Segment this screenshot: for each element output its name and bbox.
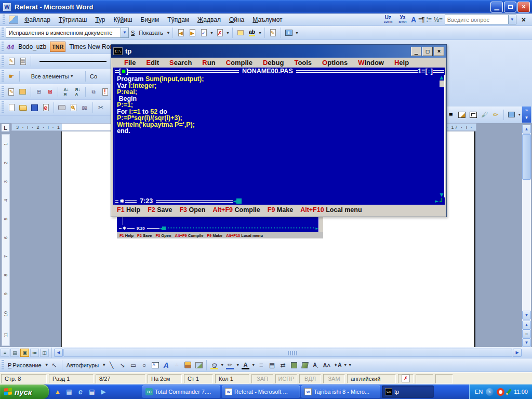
tp-code-line[interactable]: Var i:integer; [117, 83, 445, 89]
line-color-icon[interactable]: ✏︎ [225, 360, 235, 370]
draw-table-icon[interactable]: ✎ [6, 56, 17, 66]
diagram-icon[interactable]: ∴ [172, 360, 182, 370]
tp-window[interactable]: C:\ tp _ □ × FileEditSearchRunCompileDeb… [111, 44, 447, 217]
document-important-icon[interactable]: ! [100, 87, 110, 97]
frame-up-arrow-icon[interactable]: ⬆ [284, 28, 294, 38]
tray-app-icon[interactable] [497, 388, 504, 396]
tp-vertical-scrollbar[interactable]: ▲ ▼ [439, 75, 445, 197]
menu-image-icon[interactable] [9, 16, 18, 24]
insert-rows-icon[interactable]: ⊞ [34, 87, 44, 97]
pencil-icon[interactable]: ✏︎ [490, 110, 501, 120]
permission-icon[interactable]: ⊘ [41, 102, 51, 113]
threed-style-icon[interactable] [300, 360, 310, 370]
tp-menu-debug[interactable]: Debug [258, 59, 289, 66]
tp-code-line[interactable]: Begin [117, 96, 445, 102]
tp-menu-edit[interactable]: Edit [141, 59, 164, 66]
status-flag-зап[interactable]: ЗАП [251, 374, 273, 383]
edit-document-icon[interactable]: ✎ [6, 87, 17, 97]
tp-screenshot-picture[interactable]: ✱ 9:20 ◄ ► F1 HelpF2 SaveF3 OpenAlt+F9 C… [117, 217, 323, 238]
status-flag-вдл[interactable]: ВДЛ [299, 374, 321, 383]
start-button[interactable]: пуск [0, 384, 49, 399]
chevron-down-icon[interactable]: ▼ [508, 15, 516, 24]
toolbar-options-icon[interactable]: ▼ [295, 28, 299, 38]
fkey-f2[interactable]: F2 Save [137, 233, 152, 238]
accept-change-icon[interactable]: ✓ [198, 28, 209, 38]
taskbar-task[interactable]: C:\tp [382, 385, 434, 398]
menu-item[interactable]: Маълумот [248, 14, 286, 26]
font-name[interactable]: Times New Roman [66, 43, 111, 50]
tp-menu-window[interactable]: Window [353, 59, 389, 66]
tp-minimize-button[interactable]: _ [411, 47, 421, 56]
acdsee-icon[interactable]: ▲ [53, 387, 62, 396]
toolbar-grip[interactable] [2, 56, 4, 67]
tp-scroll-down-icon[interactable]: ▼ [440, 192, 444, 197]
sort-descending-icon[interactable]: Я↓А [72, 87, 83, 97]
print-preview-icon[interactable]: 🔍︎ [68, 102, 78, 113]
tp-code-line[interactable]: Program Sum(input,output); [117, 76, 445, 83]
next-page-icon[interactable]: ▼▼ [522, 338, 531, 347]
chevron-down-icon[interactable]: ▼ [235, 360, 240, 370]
toolbar-grip[interactable] [2, 70, 4, 82]
tp-menu-help[interactable]: Help [389, 59, 414, 66]
fkey-f2[interactable]: F2 Save [148, 206, 172, 214]
chevron-down-icon[interactable]: ▼ [343, 360, 348, 370]
styles-icon[interactable]: 44 [5, 43, 16, 51]
menu-item[interactable]: Жадвал [193, 14, 225, 26]
fkey-f9[interactable]: F9 Make [268, 206, 293, 214]
ask-question-box[interactable]: Введите вопрос ▼ [445, 15, 516, 24]
arrow-style-icon[interactable]: ⇄ [278, 360, 288, 370]
arrow-icon[interactable]: ↘ [117, 360, 127, 370]
tp-function-key-bar[interactable]: F1 HelpF2 SaveF3 OpenAlt+F9 CompileF9 Ma… [113, 205, 445, 215]
clipart-icon[interactable] [183, 360, 193, 370]
uz-kril-icon[interactable]: УзКРИЛ [396, 15, 409, 25]
language-indicator[interactable]: EN [475, 389, 483, 395]
reviewing-pane-icon[interactable]: ✎ [268, 28, 278, 38]
status-flag-испр[interactable]: ИСПР [275, 374, 297, 383]
tp-code-area[interactable]: Program Sum(input,output);Var i:integer;… [114, 75, 445, 135]
menu-item[interactable]: Тўплам [163, 14, 193, 26]
fkey-f1[interactable]: F1 Help [117, 206, 140, 214]
dash-style-icon[interactable]: ▤ [267, 360, 277, 370]
tp-scroll-left-icon[interactable]: ◄ [233, 198, 236, 204]
tp-scroll-right-icon[interactable]: ► [435, 198, 438, 204]
menu-item[interactable]: Бичим [137, 14, 164, 26]
normal-view-icon[interactable]: ≡ [1, 349, 9, 357]
numbered-list-icon[interactable]: ⅓≡ [434, 16, 443, 23]
web-layout-icon[interactable]: ▤ [10, 349, 19, 357]
print-layout-icon[interactable]: ▣ [20, 349, 29, 357]
menubar-close-icon[interactable]: × [518, 16, 529, 24]
outline-view-icon[interactable]: ≔ [30, 349, 39, 357]
highlight-icon[interactable]: ab [247, 28, 257, 38]
tp-menu-search[interactable]: Search [164, 59, 197, 66]
font-color-icon[interactable]: A [241, 360, 250, 370]
tp-resize-corner[interactable]: ┘ [438, 198, 445, 205]
tp-code-line[interactable]: end. [117, 128, 445, 135]
hide-icons-chevron-icon[interactable]: ‹ [486, 388, 494, 396]
crop-frame-icon[interactable] [457, 110, 468, 120]
word-titlebar[interactable]: W Referat - Microsoft Word ▁ × [0, 0, 532, 14]
vertical-ruler[interactable]: 1234567891011 [2, 134, 10, 346]
taskbar-clock[interactable]: 11:00 [514, 389, 528, 395]
fkey-f3[interactable]: F3 Open [179, 206, 205, 214]
reject-change-icon[interactable]: ✗ [215, 28, 225, 38]
tnr-button[interactable]: TNR [50, 42, 65, 52]
tray-pencil-icon[interactable] [506, 389, 512, 395]
tp-scrollbar-thumb[interactable] [440, 81, 444, 87]
minimize-button[interactable]: ▁ [490, 2, 503, 12]
chevron-down-icon[interactable]: ▼ [220, 360, 224, 370]
reading-layout-icon[interactable]: ◫ [40, 349, 49, 357]
media-player-icon[interactable]: ▶ [99, 387, 108, 396]
fill-color-icon[interactable]: 🪣︎ [209, 360, 219, 370]
chevron-down-icon[interactable]: ▼ [251, 360, 256, 370]
spelling-status-icon[interactable]: ✗ [398, 374, 414, 383]
fkey-alt-f10[interactable]: Alt+F10 Local menu [226, 233, 263, 238]
text-box-icon[interactable]: A [150, 360, 160, 370]
open-form-icon[interactable] [18, 87, 28, 97]
toolbar-grip[interactable] [2, 42, 4, 52]
text-wrap-icon[interactable] [468, 110, 478, 120]
fkey-alt-f10[interactable]: Alt+F10 Local menu [300, 206, 362, 214]
tp-maximize-button[interactable]: □ [422, 47, 433, 56]
show-menu-button[interactable]: S [129, 30, 137, 36]
scroll-up-icon[interactable]: ▲ [522, 125, 531, 134]
format-object-icon[interactable]: 🖌︎ [480, 110, 490, 120]
